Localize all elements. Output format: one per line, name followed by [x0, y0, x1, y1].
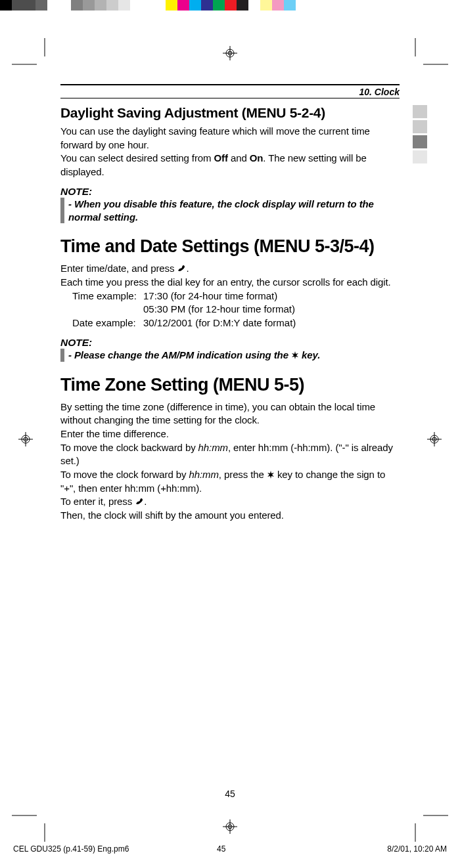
- body-text: To move the clock backward by hh:mm, ent…: [60, 441, 400, 468]
- body-text: You can select desired setting from Off …: [60, 152, 373, 179]
- call-key-icon: [177, 263, 186, 271]
- footer-filename: CEL GDU325 (p.41-59) Eng.pm6: [13, 844, 129, 854]
- example-block: Time example:17:30 (for 24-hour time for…: [60, 290, 400, 330]
- footer-page: 45: [217, 844, 225, 854]
- note-label: NOTE:: [60, 337, 400, 349]
- chapter-label: 10. Clock: [359, 87, 400, 97]
- crop-mark-icon: [409, 802, 448, 842]
- registration-mark-icon: [427, 432, 442, 446]
- star-key-icon: [267, 469, 275, 477]
- crop-mark-icon: [409, 38, 448, 77]
- call-key-icon: [135, 496, 144, 504]
- heading-time-zone: Time Zone Setting (MENU 5-5): [60, 375, 400, 395]
- registration-mark-icon: [223, 46, 237, 60]
- heading-time-date: Time and Date Settings (MENU 5-3/5-4): [60, 236, 400, 257]
- body-text: Each time you press the dial key for an …: [60, 276, 400, 290]
- body-text: To enter it, press .: [60, 495, 400, 509]
- thumb-index-tabs: [413, 105, 427, 165]
- page-number: 45: [60, 789, 400, 799]
- crop-mark-icon: [12, 802, 51, 842]
- body-text: By setting the time zone (difference in …: [60, 401, 400, 427]
- registration-mark-icon: [18, 432, 33, 446]
- body-text: You can use the daylight saving feature …: [60, 125, 373, 152]
- chapter-header: 10. Clock: [60, 84, 400, 98]
- body-text: Then, the clock will shift by the amount…: [60, 509, 400, 523]
- footer-timestamp: 8/2/01, 10:20 AM: [387, 844, 447, 854]
- crop-mark-icon: [12, 38, 51, 77]
- heading-daylight-saving: Daylight Saving Adjustment (MENU 5-2-4): [60, 105, 400, 121]
- note-block: - Please change the AM/PM indication usi…: [60, 349, 400, 362]
- print-footer: CEL GDU325 (p.41-59) Eng.pm6 45 8/2/01, …: [13, 844, 447, 854]
- body-text: Enter the time difference.: [60, 427, 400, 441]
- body-text: To move the clock forward by hh:mm, pres…: [60, 468, 400, 495]
- color-calibration-bar: [0, 0, 460, 11]
- registration-mark-icon: [223, 819, 237, 834]
- note-label: NOTE:: [60, 186, 400, 198]
- body-text: Enter time/date, and press .: [60, 262, 400, 276]
- note-block: - When you disable this feature, the clo…: [60, 198, 400, 224]
- star-key-icon: [291, 349, 299, 357]
